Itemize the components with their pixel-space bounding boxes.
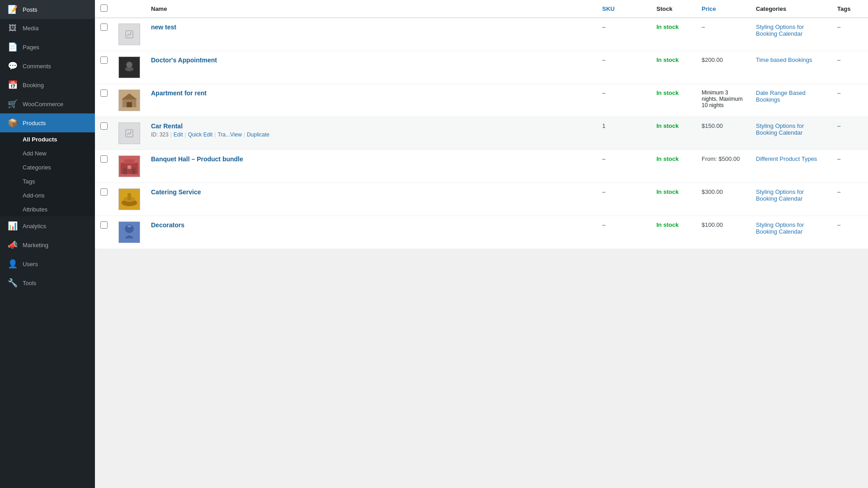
row-checkbox-cell[interactable] — [95, 18, 113, 51]
product-tags: – — [832, 18, 868, 51]
table-row: Car Rental ID: 323 | Edit | Quick Edit |… — [95, 117, 868, 150]
row-checkbox-cell[interactable] — [95, 117, 113, 150]
duplicate-link[interactable]: Duplicate — [247, 131, 269, 138]
product-name-link[interactable]: Car Rental — [151, 122, 183, 130]
product-price: $200.00 — [696, 51, 750, 84]
sidebar-item-pages[interactable]: 📄 Pages — [0, 38, 95, 56]
product-price: – — [696, 18, 750, 51]
sidebar-item-label: Media — [23, 25, 38, 32]
sidebar-item-label: WooCommerce — [23, 101, 63, 108]
product-thumbnail — [118, 89, 140, 111]
category-link[interactable]: Time based Bookings — [756, 56, 812, 63]
sidebar-item-comments[interactable]: 💬 Comments — [0, 56, 95, 75]
quick-edit-link[interactable]: Quick Edit — [188, 131, 213, 138]
sidebar-item-booking[interactable]: 📅 Booking — [0, 75, 95, 94]
row-checkbox-cell[interactable] — [95, 216, 113, 249]
trash-link[interactable]: Tra... — [217, 131, 230, 138]
view-link[interactable]: View — [230, 131, 242, 138]
content-area: Name SKU Stock Price Categories Tags — [95, 0, 868, 249]
products-submenu: All Products Add New Categories Tags Add… — [0, 132, 95, 216]
submenu-all-products[interactable]: All Products — [0, 132, 95, 146]
product-sku: – — [597, 150, 651, 183]
product-thumbnail — [118, 155, 140, 177]
product-stock: In stock — [651, 18, 696, 51]
select-all-header[interactable] — [95, 0, 113, 18]
product-stock: In stock — [651, 183, 696, 216]
category-link[interactable]: Different Product Types — [756, 155, 817, 162]
category-link[interactable]: Styling Options for Booking Calendar — [756, 221, 804, 235]
product-name-cell: Car Rental ID: 323 | Edit | Quick Edit |… — [146, 117, 597, 150]
product-thumb-cell — [113, 18, 146, 51]
thumb-img — [119, 56, 140, 78]
sidebar-item-label: Comments — [23, 63, 51, 70]
product-tags: – — [832, 84, 868, 117]
category-link[interactable]: Styling Options for Booking Calendar — [756, 23, 804, 37]
pages-icon: 📄 — [7, 42, 18, 52]
product-categories: Styling Options for Booking Calendar — [750, 183, 832, 216]
thumb-img — [119, 89, 140, 111]
product-thumb-cell — [113, 51, 146, 84]
svg-rect-23 — [127, 225, 131, 227]
submenu-add-ons[interactable]: Add-ons — [0, 188, 95, 202]
sidebar-item-marketing[interactable]: 📣 Marketing — [0, 235, 95, 254]
product-stock: In stock — [651, 84, 696, 117]
row-checkbox[interactable] — [100, 155, 108, 163]
product-categories: Styling Options for Booking Calendar — [750, 18, 832, 51]
category-link[interactable]: Styling Options for Booking Calendar — [756, 188, 804, 202]
row-checkbox-cell[interactable] — [95, 84, 113, 117]
svg-rect-20 — [127, 193, 131, 200]
product-name-link[interactable]: Decorators — [151, 221, 184, 229]
product-name-cell: Catering Service — [146, 183, 597, 216]
submenu-tags[interactable]: Tags — [0, 174, 95, 188]
sidebar-item-posts[interactable]: 📝 Posts — [0, 0, 95, 19]
row-checkbox-cell[interactable] — [95, 183, 113, 216]
category-link[interactable]: Styling Options for Booking Calendar — [756, 122, 804, 136]
product-name-link[interactable]: Catering Service — [151, 188, 201, 196]
woocommerce-icon: 🛒 — [7, 99, 18, 109]
product-price: From: $500.00 — [696, 150, 750, 183]
sidebar-item-products[interactable]: 📦 Products — [0, 113, 95, 132]
product-sku: – — [597, 18, 651, 51]
sidebar-item-label: Posts — [23, 6, 38, 13]
svg-rect-8 — [127, 102, 132, 108]
category-link[interactable]: Date Range Based Bookings — [756, 89, 806, 103]
row-checkbox[interactable] — [100, 122, 108, 130]
product-tags: – — [832, 117, 868, 150]
submenu-attributes[interactable]: Attributes — [0, 202, 95, 216]
product-thumb-cell — [113, 216, 146, 249]
row-checkbox[interactable] — [100, 89, 108, 97]
stock-status: In stock — [656, 23, 679, 30]
sidebar-item-analytics[interactable]: 📊 Analytics — [0, 216, 95, 235]
submenu-add-new[interactable]: Add New — [0, 146, 95, 160]
submenu-categories[interactable]: Categories — [0, 160, 95, 174]
product-name-link[interactable]: new test — [151, 23, 176, 31]
product-name-link[interactable]: Banquet Hall – Product bundle — [151, 155, 243, 163]
media-icon: 🖼 — [7, 23, 18, 33]
th-price[interactable]: Price — [696, 0, 750, 18]
row-checkbox-cell[interactable] — [95, 51, 113, 84]
edit-link[interactable]: Edit — [174, 131, 183, 138]
row-checkbox[interactable] — [100, 188, 108, 196]
product-tags: – — [832, 150, 868, 183]
th-stock: Stock — [651, 0, 696, 18]
product-tags: – — [832, 183, 868, 216]
row-checkbox[interactable] — [100, 221, 108, 229]
th-sku[interactable]: SKU — [597, 0, 651, 18]
select-all-checkbox[interactable] — [100, 5, 108, 12]
product-price: Minimum 3 nights, Maximum 10 nights — [696, 84, 750, 117]
product-name-cell: Decorators — [146, 216, 597, 249]
sidebar-item-woocommerce[interactable]: 🛒 WooCommerce — [0, 94, 95, 113]
sidebar-item-label: Pages — [23, 44, 39, 51]
product-name-link[interactable]: Apartment for rent — [151, 89, 207, 97]
product-sku: – — [597, 51, 651, 84]
stock-status: In stock — [656, 221, 679, 228]
row-checkbox-cell[interactable] — [95, 150, 113, 183]
sidebar-item-users[interactable]: 👤 Users — [0, 254, 95, 273]
sidebar-item-media[interactable]: 🖼 Media — [0, 19, 95, 38]
sidebar-item-tools[interactable]: 🔧 Tools — [0, 273, 95, 292]
row-checkbox[interactable] — [100, 23, 108, 31]
product-name-cell: Doctor's Appointment — [146, 51, 597, 84]
product-name-link[interactable]: Doctor's Appointment — [151, 56, 217, 64]
row-checkbox[interactable] — [100, 56, 108, 64]
svg-rect-14 — [123, 168, 127, 174]
